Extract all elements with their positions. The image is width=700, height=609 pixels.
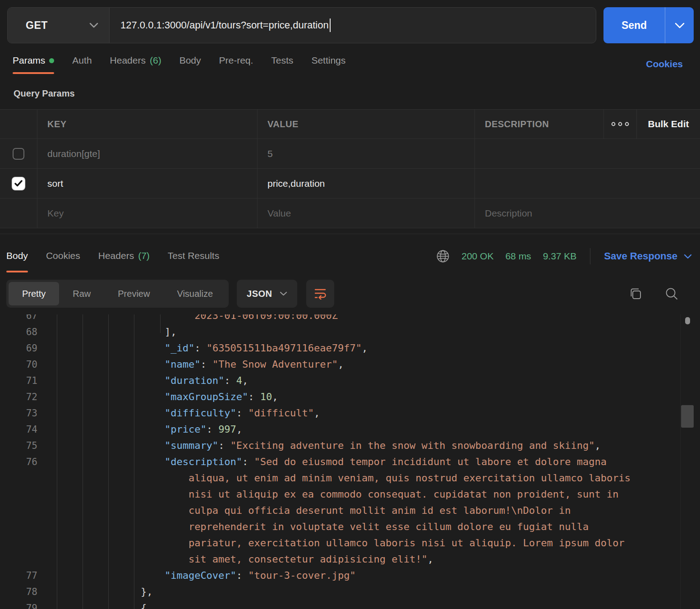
- params-active-dot: [49, 58, 54, 63]
- tab-response-body-label: Body: [6, 250, 28, 261]
- tab-tests[interactable]: Tests: [271, 55, 293, 74]
- column-description: DESCRIPTION: [474, 110, 603, 138]
- view-switcher: Pretty Raw Preview Visualize: [6, 280, 229, 308]
- query-params-title: Query Params: [14, 88, 75, 99]
- response-body-viewer[interactable]: 67 "2023-01-06T09:00:00.000Z"68 ],69 "_i…: [0, 314, 700, 609]
- active-tab-underline: [6, 271, 28, 272]
- code-line: 67 "2023-01-06T09:00:00.000Z": [0, 314, 700, 324]
- tab-settings-label: Settings: [311, 55, 345, 66]
- save-response-button[interactable]: Save Response: [604, 250, 692, 262]
- tab-response-headers[interactable]: Headers (7): [98, 247, 150, 272]
- view-visualize-button[interactable]: Visualize: [163, 282, 226, 305]
- code-line: aliqua, ut enim ad minim veniam, quis no…: [0, 470, 700, 486]
- tab-settings[interactable]: Settings: [311, 55, 345, 74]
- param-value[interactable]: 5: [257, 139, 474, 168]
- param-description[interactable]: [474, 139, 700, 168]
- save-response-label: Save Response: [604, 250, 677, 262]
- format-label: JSON: [247, 289, 272, 299]
- bulk-edit-button[interactable]: Bulk Edit: [636, 110, 700, 138]
- code-line: 75 "summary": "Exciting adventure in the…: [0, 438, 700, 454]
- param-description[interactable]: [474, 169, 700, 198]
- active-tab-underline: [13, 72, 54, 74]
- indent-guide: [160, 314, 161, 333]
- param-row-duration: duration[gte] 5: [0, 138, 700, 168]
- wrap-text-button[interactable]: [306, 280, 334, 308]
- indent-guide: [108, 314, 109, 609]
- toolbar-right-icons: [629, 287, 678, 300]
- param-key[interactable]: duration[gte]: [37, 139, 257, 168]
- send-label: Send: [603, 7, 665, 43]
- scrollbar-track[interactable]: [680, 314, 700, 609]
- wrap-text-icon: [313, 288, 327, 300]
- code-line: sit amet, consectetur adipisicing elit!"…: [0, 551, 700, 567]
- param-value[interactable]: price,duration: [257, 169, 474, 198]
- response-tabs: Body Cookies Headers (7) Test Results: [6, 247, 219, 272]
- tab-response-headers-label: Headers: [98, 250, 134, 261]
- code-line: 77 "imageCover": "tour-3-cover.jpg": [0, 567, 700, 584]
- meta-divider: [590, 248, 590, 264]
- code-line: pariatur, exercitation ullamco laboris n…: [0, 535, 700, 551]
- response-time: 68 ms: [505, 251, 531, 262]
- param-checkbox-duration[interactable]: [13, 148, 24, 160]
- section-divider: [0, 234, 700, 234]
- request-url-bar: GET 127.0.0.1:3000/api/v1/tours?sort=pri…: [7, 7, 596, 43]
- tab-headers[interactable]: Headers (6): [110, 55, 161, 74]
- param-checkbox-sort[interactable]: [13, 178, 24, 189]
- code-line: reprehenderit in voluptate velit esse ci…: [0, 519, 700, 535]
- tab-pre-request[interactable]: Pre-req.: [219, 55, 253, 74]
- new-value-input[interactable]: Value: [257, 198, 474, 228]
- code-line: 76 "description": "Sed do eiusmod tempor…: [0, 454, 700, 470]
- view-raw-button[interactable]: Raw: [59, 282, 104, 305]
- tab-response-cookies[interactable]: Cookies: [46, 247, 80, 272]
- chevron-down-icon: [684, 254, 692, 259]
- ellipsis-icon: [611, 122, 629, 126]
- tab-response-cookies-label: Cookies: [46, 250, 80, 261]
- column-value: VALUE: [257, 110, 474, 138]
- header-checkbox-cell: [0, 110, 37, 138]
- tab-test-results-label: Test Results: [168, 250, 219, 261]
- table-more-options-button[interactable]: [603, 110, 636, 138]
- network-globe-icon[interactable]: [436, 249, 450, 263]
- param-key[interactable]: sort: [37, 169, 257, 198]
- query-params-table: KEY VALUE DESCRIPTION Bulk Edit duration…: [0, 109, 700, 228]
- new-row-checkbox-cell: [0, 198, 37, 228]
- search-button[interactable]: [665, 287, 678, 300]
- code-line: 78 },: [0, 584, 700, 600]
- new-description-input[interactable]: Description: [474, 198, 700, 228]
- response-toolbar: Pretty Raw Preview Visualize JSON: [6, 280, 694, 308]
- send-button[interactable]: Send: [603, 7, 694, 43]
- response-headers-count: (7): [138, 250, 150, 261]
- view-preview-button[interactable]: Preview: [104, 282, 163, 305]
- table-header-row: KEY VALUE DESCRIPTION Bulk Edit: [0, 110, 700, 138]
- tab-auth-label: Auth: [72, 55, 92, 66]
- tab-auth[interactable]: Auth: [72, 55, 92, 74]
- tab-params-label: Params: [13, 55, 45, 66]
- code-lines: 67 "2023-01-06T09:00:00.000Z"68 ],69 "_i…: [0, 314, 700, 609]
- method-selector[interactable]: GET: [8, 8, 110, 43]
- method-label: GET: [26, 19, 48, 32]
- code-line: 79 {: [0, 600, 700, 609]
- view-pretty-button[interactable]: Pretty: [9, 282, 59, 305]
- code-line: 68 ],: [0, 324, 700, 340]
- window-scrollbar-thumb[interactable]: [685, 317, 690, 324]
- copy-button[interactable]: [629, 287, 642, 300]
- tab-tests-label: Tests: [271, 55, 293, 66]
- request-tabs: Params Auth Headers (6) Body Pre-req. Te…: [13, 55, 687, 80]
- new-key-input[interactable]: Key: [37, 198, 257, 228]
- cookies-link[interactable]: Cookies: [646, 59, 683, 69]
- code-scrollbar-thumb[interactable]: [681, 405, 694, 428]
- code-line: 70 "name": "The Snow Adventurer",: [0, 356, 700, 373]
- tab-headers-label: Headers: [110, 55, 146, 66]
- code-line: 71 "duration": 4,: [0, 373, 700, 389]
- code-line: 72 "maxGroupSize": 10,: [0, 389, 700, 405]
- format-dropdown[interactable]: JSON: [237, 280, 297, 308]
- tab-response-body[interactable]: Body: [6, 247, 28, 272]
- indent-guide: [134, 314, 134, 609]
- tab-body[interactable]: Body: [180, 55, 201, 74]
- tab-params[interactable]: Params: [13, 55, 54, 74]
- url-input[interactable]: 127.0.0.1:3000/api/v1/tours?sort=price,d…: [110, 8, 596, 43]
- tab-test-results[interactable]: Test Results: [168, 247, 219, 272]
- send-options-button[interactable]: [665, 7, 694, 43]
- url-text: 127.0.0.1:3000/api/v1/tours?sort=price,d…: [120, 19, 329, 31]
- code-scroll: 67 "2023-01-06T09:00:00.000Z"68 ],69 "_i…: [0, 314, 700, 609]
